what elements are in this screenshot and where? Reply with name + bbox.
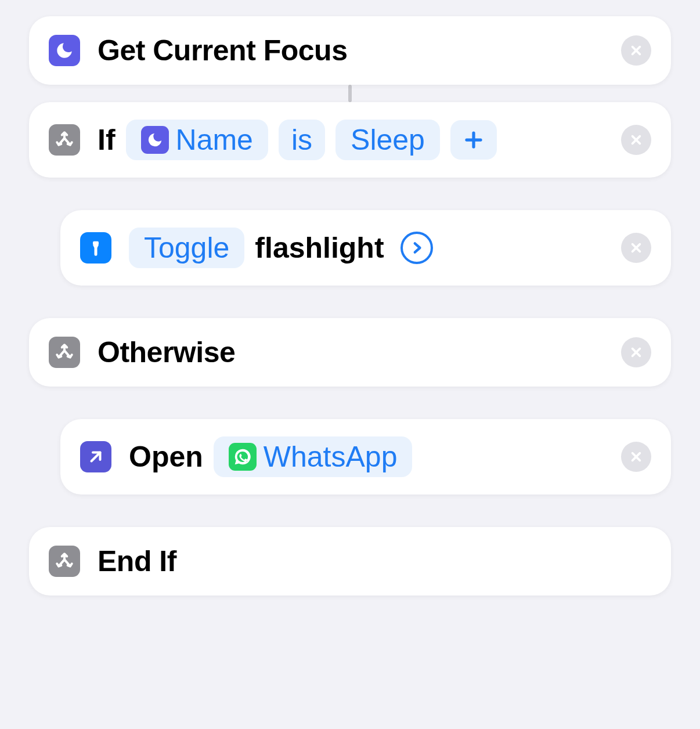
open-app-token[interactable]: WhatsApp bbox=[214, 436, 413, 477]
delete-action-button[interactable] bbox=[621, 337, 651, 367]
otherwise-label: Otherwise bbox=[98, 335, 235, 369]
expand-options-button[interactable] bbox=[400, 232, 433, 264]
branch-icon bbox=[49, 546, 80, 577]
action-otherwise[interactable]: Otherwise bbox=[29, 318, 671, 387]
delete-action-button[interactable] bbox=[621, 442, 651, 472]
branch-icon bbox=[49, 124, 80, 156]
delete-action-button[interactable] bbox=[621, 233, 651, 263]
flashlight-icon bbox=[80, 232, 111, 264]
connector-line bbox=[348, 85, 352, 102]
delete-action-button[interactable] bbox=[621, 35, 651, 66]
action-open-app[interactable]: Open WhatsApp bbox=[60, 419, 671, 495]
add-condition-button[interactable] bbox=[450, 120, 497, 160]
if-keyword: If bbox=[98, 123, 116, 157]
svg-rect-6 bbox=[93, 241, 99, 245]
action-if[interactable]: If Name is Sleep bbox=[29, 102, 671, 178]
branch-icon bbox=[49, 337, 80, 368]
action-end-if[interactable]: End If bbox=[29, 527, 671, 596]
action-toggle-flashlight[interactable]: Toggle flashlight bbox=[60, 210, 671, 286]
variable-label: Name bbox=[176, 123, 253, 157]
if-variable-token[interactable]: Name bbox=[126, 120, 268, 160]
open-verb: Open bbox=[129, 440, 203, 474]
moon-icon bbox=[49, 35, 80, 66]
open-arrow-icon bbox=[80, 441, 111, 472]
endif-label: End If bbox=[98, 544, 176, 578]
whatsapp-icon bbox=[229, 443, 257, 471]
toggle-mode-token[interactable]: Toggle bbox=[129, 228, 244, 268]
svg-line-11 bbox=[92, 453, 100, 461]
if-operator-token[interactable]: is bbox=[279, 120, 325, 160]
delete-action-button[interactable] bbox=[621, 125, 651, 155]
toggle-target: flashlight bbox=[255, 231, 384, 265]
if-value-token[interactable]: Sleep bbox=[335, 120, 440, 160]
moon-icon bbox=[141, 126, 169, 154]
action-get-current-focus[interactable]: Get Current Focus bbox=[29, 16, 671, 85]
action-title: Get Current Focus bbox=[98, 34, 347, 67]
app-name: WhatsApp bbox=[264, 440, 398, 474]
